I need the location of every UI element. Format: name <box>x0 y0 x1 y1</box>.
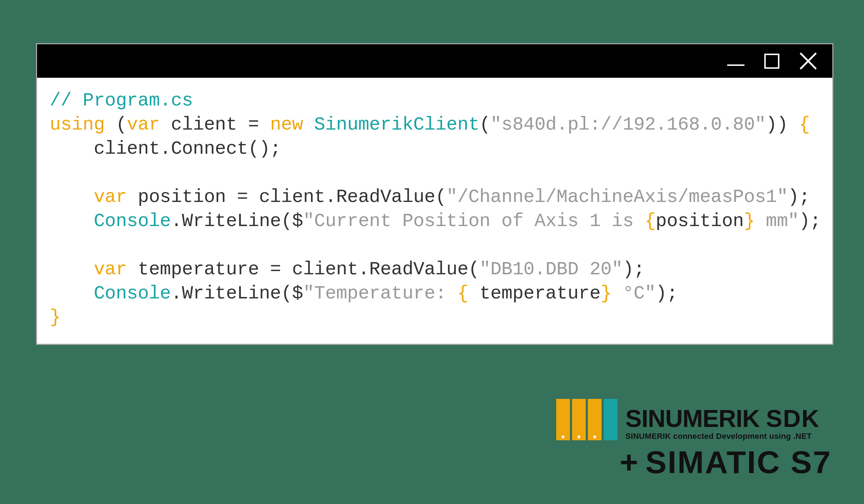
code-text: position = client.ReadValue( <box>127 186 446 207</box>
code-text: ); <box>788 186 810 207</box>
kw-var: var <box>127 114 160 135</box>
code-text <box>50 283 94 304</box>
brace: } <box>50 307 61 328</box>
brace: { <box>457 283 468 304</box>
kw-var: var <box>94 259 127 280</box>
brand-top-row: SINUMERIK SDK SINUMERIK connected Develo… <box>556 399 820 440</box>
close-icon[interactable] <box>799 52 817 70</box>
brand-bottom-row: + SIMATIC S7 <box>620 444 832 481</box>
string-literal: "s840d.pl://192.168.0.80" <box>490 114 766 135</box>
kw-var: var <box>94 186 127 207</box>
brand-sub: SINUMERIK connected Development using .N… <box>625 432 820 440</box>
minimize-icon[interactable] <box>727 64 744 66</box>
code-text: .WriteLine($ <box>171 283 303 304</box>
brand-text: SINUMERIK SDK SINUMERIK connected Develo… <box>625 406 820 440</box>
code-content: // Program.cs using (var client = new Si… <box>37 78 832 344</box>
code-text <box>50 211 94 231</box>
logo-bar <box>572 399 586 440</box>
maximize-icon[interactable] <box>764 54 779 69</box>
brace: } <box>600 283 612 304</box>
code-text <box>50 259 94 280</box>
logo-bar <box>604 399 617 440</box>
brand-name: SINUMERIK <box>625 405 766 432</box>
code-text: ( <box>105 114 127 135</box>
brace: { <box>799 114 810 135</box>
brand-sdk: SDK <box>766 405 820 432</box>
string-literal: °C" <box>612 283 656 304</box>
code-text: client.Connect(); <box>50 138 281 159</box>
brace: } <box>744 211 755 231</box>
simatic-label: SIMATIC S7 <box>645 444 832 481</box>
code-text <box>303 114 314 135</box>
code-text <box>50 186 94 207</box>
string-literal: "Current Position of Axis 1 is <box>303 211 645 231</box>
code-text: ); <box>656 283 678 304</box>
string-literal: mm" <box>755 211 799 231</box>
code-comment: // Program.cs <box>50 90 193 111</box>
type-name: Console <box>94 211 171 231</box>
logo-bar <box>588 399 602 440</box>
logo-bars-icon <box>556 399 617 440</box>
string-literal: "Temperature: <box>303 283 457 304</box>
code-text: temperature <box>468 283 600 304</box>
plus-sign: + <box>620 450 638 475</box>
type-name: SinumerikClient <box>314 114 480 135</box>
kw-new: new <box>270 114 303 135</box>
code-text: position <box>656 211 744 231</box>
branding-block: SINUMERIK SDK SINUMERIK connected Develo… <box>556 399 832 481</box>
brand-main: SINUMERIK SDK <box>625 406 820 431</box>
code-text: temperature = client.ReadValue( <box>127 259 479 280</box>
code-text: ( <box>480 114 491 135</box>
code-text: ); <box>799 211 821 231</box>
code-window: // Program.cs using (var client = new Si… <box>36 43 833 345</box>
type-name: Console <box>94 283 171 304</box>
window-titlebar <box>37 44 832 78</box>
code-text: .WriteLine($ <box>171 211 303 231</box>
string-literal: "/Channel/MachineAxis/measPos1" <box>446 186 788 207</box>
logo-bar <box>556 399 570 440</box>
code-text: ); <box>623 259 645 280</box>
brace: { <box>645 211 656 231</box>
code-text: )) <box>766 114 799 135</box>
string-literal: "DB10.DBD 20" <box>480 259 623 280</box>
code-text: client = <box>160 114 270 135</box>
kw-using: using <box>50 114 105 135</box>
